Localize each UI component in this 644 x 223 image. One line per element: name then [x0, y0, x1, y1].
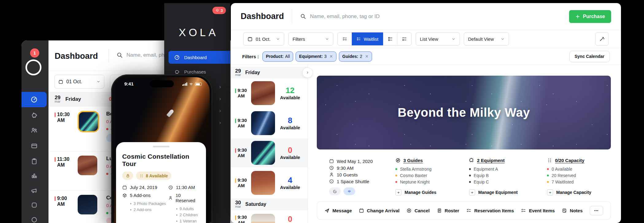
event-thumbnail	[251, 141, 275, 165]
default-view-dropdown[interactable]: Default View	[464, 32, 509, 46]
bottom-sheet-card: Cosmic Constellation Tour 8 Available Ju…	[116, 142, 206, 223]
status-bar-icons	[182, 82, 202, 86]
equipment-header[interactable]: 2 Equipment	[469, 158, 518, 163]
search-bar[interactable]	[300, 13, 569, 20]
sidebar-item-waivers[interactable]	[21, 158, 47, 165]
square-list-icon	[388, 36, 393, 42]
event-items-button[interactable]: Event Items	[521, 208, 555, 213]
date-picker-button[interactable]: 01 Oct.	[54, 75, 104, 89]
manage-equipment-button[interactable]: +Manage Equipment	[469, 189, 518, 195]
note-pencil-icon	[562, 208, 567, 213]
wifi-icon	[347, 189, 351, 194]
message-button[interactable]: Message	[324, 208, 352, 213]
sidebar-item-purchases[interactable]	[21, 112, 47, 119]
wifi-pill[interactable]	[343, 187, 355, 195]
calendar-icon	[58, 79, 63, 84]
filter-chip-equipment[interactable]: Equipment:3	[296, 51, 336, 62]
backdrop-sidebar: 1	[21, 40, 48, 223]
gauge-icon	[174, 55, 180, 60]
check-circle-list-icon	[402, 36, 407, 42]
next-day-button[interactable]	[302, 67, 313, 78]
lock-badge	[122, 172, 133, 180]
cancel-button[interactable]: Cancel	[406, 208, 429, 213]
remove-filter-icon[interactable]	[365, 55, 369, 58]
target-icon	[329, 179, 334, 184]
manage-guides-button[interactable]: +Manage Guides	[395, 189, 436, 195]
clock-icon	[329, 165, 334, 170]
date-label: 01 Oct.	[66, 79, 82, 85]
sidebar-item-marketing[interactable]	[21, 187, 47, 194]
filter-chip-product[interactable]: Product:All	[262, 51, 293, 62]
filters-dropdown[interactable]: Filters	[288, 32, 333, 46]
sidebar-item-contacts[interactable]	[21, 127, 47, 134]
sidebar-item-apps[interactable]	[21, 202, 47, 209]
more-actions-button[interactable]: •••	[590, 206, 603, 215]
status-tick	[235, 215, 236, 220]
plus-icon: +	[469, 189, 475, 195]
notes-button[interactable]: Notes	[562, 208, 583, 213]
filter-bar: Filters : Product:All Equipment:3 Guides…	[231, 48, 621, 65]
waitlist-view-button[interactable]: Waitlist	[352, 32, 383, 45]
main-content: 29mar Friday 9:30AM 12Available 9:30AM 8…	[231, 65, 621, 223]
search-input[interactable]	[310, 13, 439, 20]
schedule-row[interactable]: 9:30AM 4Available	[231, 167, 308, 198]
nav-chevron-icon[interactable]	[218, 97, 222, 101]
checklist-view-button[interactable]	[338, 32, 352, 45]
guides-section: 3 Guides Stella Armstrong Cosmo Baxter N…	[395, 158, 436, 195]
manage-capacity-button[interactable]: +Manage Capacity	[547, 189, 591, 195]
nav-chevron-icon[interactable]	[218, 85, 222, 89]
megaphone-icon	[31, 187, 38, 194]
default-view-label: Default View	[468, 36, 494, 42]
purchase-button[interactable]: Purchase	[569, 10, 611, 23]
schedule-row[interactable]: 9:30AM 12Available	[231, 78, 308, 108]
guide-item: Cosmo Baxter	[395, 172, 436, 179]
event-banner: Beyond the Milky Way	[317, 76, 611, 149]
status-tick	[55, 112, 56, 117]
availability-badge: 8 Available	[136, 172, 171, 180]
sync-calendar-button[interactable]: Sync Calendar	[569, 51, 610, 62]
available-count: 4	[275, 176, 305, 184]
check-circle-list-view-button[interactable]	[397, 32, 411, 45]
filter-chip-guides[interactable]: Guides:2	[339, 51, 372, 62]
date-picker-button[interactable]: 01 Oct.	[243, 32, 284, 46]
lock-icon	[126, 173, 130, 178]
checklist-icon	[521, 208, 526, 213]
search-icon	[117, 52, 123, 58]
capacity-header[interactable]: 0/20 Capacity	[547, 158, 591, 163]
person-icon	[329, 172, 334, 177]
change-arrival-button[interactable]: Change Arrival	[359, 208, 399, 213]
magic-wand-button[interactable]	[595, 32, 609, 46]
roster-button[interactable]: Roster	[437, 208, 460, 213]
event-banner-title: Beyond the Milky Way	[317, 76, 611, 149]
schedule-row[interactable]: 9:30AM 8Available	[231, 108, 308, 138]
chevron-down-icon	[452, 37, 456, 41]
event-action-bar: Message Change Arrival Cancel Roster Res…	[317, 201, 611, 220]
drag-handle-icon[interactable]	[153, 146, 169, 147]
plus-icon: +	[395, 189, 402, 195]
notifications-count: 3	[221, 8, 223, 13]
filters-label: Filters :	[242, 54, 259, 59]
schedule-row-selected[interactable]: 9:30AM 0Available	[231, 138, 308, 167]
event-thumbnail	[78, 111, 99, 132]
sidebar-item-storefront[interactable]	[21, 142, 47, 149]
guides-header[interactable]: 3 Guides	[395, 158, 436, 163]
grid-list-view-button[interactable]	[383, 32, 397, 45]
reservation-items-button[interactable]: Reservation Items	[466, 208, 514, 213]
capacity-item: 7 Waitlisted	[547, 179, 591, 185]
available-count: 0	[275, 215, 305, 223]
list-view-dropdown[interactable]: List View	[416, 32, 460, 46]
nav-chevron-icon[interactable]	[218, 121, 222, 125]
nav-chevron-icon[interactable]	[218, 109, 222, 113]
sidebar-item-dashboard[interactable]	[21, 92, 47, 107]
schedule-row[interactable]: 9:30AM 0	[231, 210, 308, 223]
sidebar-item-reports[interactable]	[21, 172, 47, 179]
calendar-icon	[359, 208, 364, 213]
divider	[292, 9, 292, 24]
status-tick	[235, 178, 236, 183]
reschedule-pill[interactable]	[329, 187, 341, 195]
guide-item: Neptune Knight	[395, 179, 436, 185]
notifications-badge[interactable]: 3	[212, 7, 226, 14]
remove-filter-icon[interactable]	[329, 55, 333, 58]
nav-item-dashboard[interactable]: Dashboard	[169, 51, 230, 64]
sidebar-item-help[interactable]	[21, 216, 47, 223]
